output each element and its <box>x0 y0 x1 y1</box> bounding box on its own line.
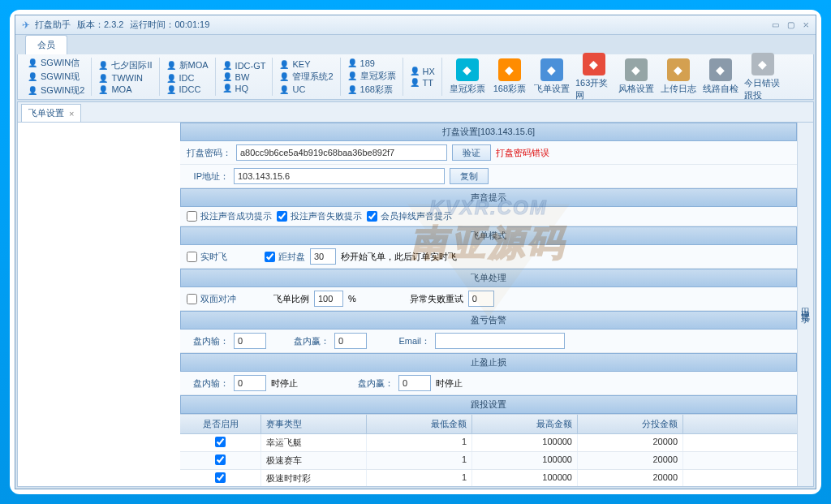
person-icon: 👤 <box>166 74 176 83</box>
app-name: 打盘助手 <box>35 19 71 31</box>
maximize-button[interactable]: ▢ <box>787 20 794 29</box>
ribbon-item[interactable]: 👤管理系统2 <box>279 71 333 83</box>
chk-distance[interactable]: 距封盘 <box>265 251 305 263</box>
ribbon-item[interactable]: 👤皇冠彩票 <box>347 70 396 82</box>
person-icon: 👤 <box>166 61 176 70</box>
ribbon-item[interactable]: 👤新MOA <box>166 59 209 71</box>
ribbon-item[interactable]: 👤UC <box>279 84 333 94</box>
row-enable-checkbox[interactable] <box>215 437 226 447</box>
settings-form: KVXR.COM 南亚源码 打盘设置[103.143.15.6] 打盘密码： 验… <box>180 123 797 486</box>
close-button[interactable]: ⤫ <box>803 20 809 29</box>
section-alert: 盈亏告警 <box>180 311 797 330</box>
ribbon-item[interactable]: 👤BW <box>222 72 266 82</box>
person-icon: 👤 <box>410 67 420 75</box>
password-error: 打盘密码错误 <box>496 147 549 159</box>
ribbon-big-button[interactable]: ◆线路自检 <box>702 58 739 95</box>
ribbon-tab-member[interactable]: 会员 <box>25 35 67 54</box>
ratio-input[interactable] <box>314 291 343 307</box>
close-tab-icon[interactable]: × <box>69 109 74 118</box>
ribbon-item[interactable]: 👤IDC <box>166 73 209 83</box>
section-follow: 跟投设置 <box>180 395 797 414</box>
person-icon: 👤 <box>222 84 232 93</box>
section-dapan: 打盘设置[103.143.15.6] <box>180 123 797 141</box>
password-input[interactable] <box>236 144 447 161</box>
person-icon: 👤 <box>98 74 108 83</box>
ribbon-big-button[interactable]: ◆风格设置 <box>618 58 655 95</box>
ribbon-big-button[interactable]: ◆163开奖网 <box>575 53 613 101</box>
section-flyprocess: 飞单处理 <box>180 269 797 287</box>
row-enable-checkbox[interactable] <box>215 454 226 465</box>
section-sound: 声音提示 <box>180 188 797 207</box>
person-icon: 👤 <box>279 72 289 81</box>
person-icon: 👤 <box>98 61 108 70</box>
chk-offline[interactable]: 会员掉线声音提示 <box>367 210 452 222</box>
chk-fail[interactable]: 投注声音失败提示 <box>277 210 362 222</box>
row-enable-checkbox[interactable] <box>215 472 226 483</box>
ribbon-item[interactable]: 👤189 <box>347 58 396 68</box>
ribbon-item[interactable]: 👤HQ <box>222 84 266 93</box>
ribbon-item[interactable]: 👤SGWIN信 <box>28 57 84 69</box>
person-icon: 👤 <box>279 60 289 69</box>
stop-loss-input[interactable] <box>234 375 266 391</box>
content-tab-flysettings[interactable]: 飞单设置 × <box>21 104 81 122</box>
ribbon-big-button[interactable]: ◆今日错误跟投 <box>744 53 781 101</box>
table-row[interactable]: 极速时时彩110000020000 <box>180 470 797 486</box>
win-in-input[interactable] <box>334 333 367 349</box>
left-spacer <box>18 123 180 486</box>
ribbon-big-button[interactable]: ◆上传日志 <box>660 58 697 95</box>
section-stop: 止盈止损 <box>180 353 797 372</box>
ribbon-item[interactable]: 👤TT <box>410 78 435 88</box>
person-icon: 👤 <box>166 85 176 94</box>
person-icon: 👤 <box>28 58 37 67</box>
person-icon: 👤 <box>98 85 108 94</box>
ribbon-item[interactable]: 👤SGWIN现 <box>28 71 84 83</box>
ribbon-item[interactable]: 👤168彩票 <box>347 84 396 96</box>
content-area: 飞单设置 × KVXR.COM 南亚源码 打盘设置[103.143.15.6] … <box>17 101 814 487</box>
right-detail-panel[interactable]: 田 详 记 录 <box>797 123 813 486</box>
app-icon: ✈ <box>22 19 30 31</box>
verify-button[interactable]: 验证 <box>452 144 491 161</box>
person-icon: 👤 <box>222 72 232 81</box>
person-icon: 👤 <box>28 72 37 81</box>
email-input[interactable] <box>435 333 565 349</box>
section-flymode: 飞单模式 <box>180 226 797 245</box>
ribbon-item[interactable]: 👤七夕国际II <box>98 59 152 71</box>
minimize-button[interactable]: ▭ <box>772 20 779 29</box>
app-window: ✈ 打盘助手 版本：2.3.2 运行时间：00:01:19 ▭ ▢ ⤫ 会员 👤… <box>15 15 816 489</box>
ribbon-item[interactable]: 👤MOA <box>98 84 152 94</box>
person-icon: 👤 <box>347 85 357 94</box>
titlebar: ✈ 打盘助手 版本：2.3.2 运行时间：00:01:19 ▭ ▢ ⤫ <box>15 15 816 35</box>
ribbon-big-button[interactable]: ◆飞单设置 <box>533 58 571 95</box>
chk-double[interactable]: 双面对冲 <box>187 293 236 305</box>
ribbon-item[interactable]: 👤IDCC <box>166 84 209 94</box>
retry-input[interactable] <box>468 291 494 307</box>
person-icon: 👤 <box>347 58 357 67</box>
ribbon-big-button[interactable]: ◆皇冠彩票 <box>449 58 486 95</box>
ribbon-item[interactable]: 👤IDC-GT <box>222 61 266 71</box>
distance-input[interactable] <box>310 248 336 265</box>
chk-realtime[interactable]: 实时飞 <box>187 251 227 263</box>
ribbon-tabs: 会员 <box>15 35 816 54</box>
person-icon: 👤 <box>28 86 37 95</box>
ribbon-item[interactable]: 👤KEY <box>279 59 333 69</box>
ribbon-big-button[interactable]: ◆168彩票 <box>491 58 528 95</box>
table-row[interactable]: 幸运飞艇110000020000 <box>180 434 797 452</box>
person-icon: 👤 <box>222 61 232 70</box>
person-icon: 👤 <box>410 78 420 87</box>
chk-success[interactable]: 投注声音成功提示 <box>187 210 272 222</box>
table-row[interactable]: 极速赛车110000020000 <box>180 452 797 470</box>
ribbon-item[interactable]: 👤HX <box>410 67 435 76</box>
ribbon-item[interactable]: 👤TWWIN <box>98 73 152 83</box>
copy-button[interactable]: 复制 <box>450 168 489 184</box>
ribbon: 👤SGWIN信👤SGWIN现👤SGWIN现2👤七夕国际II👤TWWIN👤MOA👤… <box>17 54 814 100</box>
ribbon-item[interactable]: 👤SGWIN现2 <box>28 84 84 97</box>
loss-in-input[interactable] <box>234 333 266 349</box>
stop-win-input[interactable] <box>398 375 431 391</box>
ip-input[interactable] <box>234 168 445 184</box>
follow-table: 是否启用 赛事类型 最低金额 最高金额 分投金额 幸运飞艇11000002000… <box>180 414 797 486</box>
person-icon: 👤 <box>279 85 289 94</box>
person-icon: 👤 <box>347 71 357 80</box>
